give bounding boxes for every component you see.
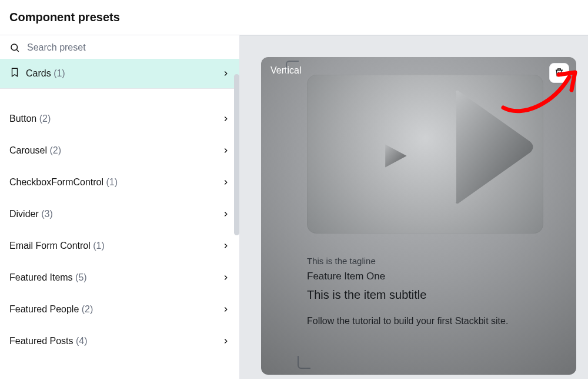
- preview-pane: Vertical This is: [240, 35, 588, 379]
- search-icon: [9, 42, 20, 53]
- svg-point-0: [11, 44, 18, 51]
- scrollbar[interactable]: [234, 74, 239, 235]
- bookmark-icon: [9, 67, 20, 80]
- tagline: This is the tagline: [307, 256, 553, 266]
- sidebar-item-label: Email Form Control (1): [9, 241, 105, 251]
- count-badge: (5): [75, 272, 87, 282]
- crop-corner-icon: [286, 61, 299, 74]
- count-badge: (1): [54, 68, 65, 78]
- sidebar-item-featuredposts[interactable]: Featured Posts (4): [0, 325, 239, 357]
- chevron-right-icon: [222, 242, 230, 250]
- play-icon: [449, 85, 537, 211]
- item-title: Feature Item One: [307, 271, 553, 282]
- chevron-right-icon: [222, 69, 230, 78]
- search-row[interactable]: [0, 35, 239, 59]
- page-title: Component presets: [9, 11, 579, 24]
- sidebar-item-label: Cards (1): [26, 68, 65, 79]
- sidebar-item-emailformcontrol[interactable]: Email Form Control (1): [0, 230, 239, 262]
- count-badge: (2): [49, 145, 61, 155]
- sidebar-item-divider[interactable]: Divider (3): [0, 198, 239, 230]
- search-input[interactable]: [27, 42, 230, 53]
- item-description: Follow the tutorial to build your first …: [307, 312, 553, 330]
- svg-line-1: [16, 49, 18, 51]
- sidebar-item-label: Carousel (2): [9, 145, 61, 156]
- chevron-right-icon: [222, 210, 230, 218]
- chevron-right-icon: [222, 337, 230, 345]
- chevron-right-icon: [222, 146, 230, 155]
- sidebar-item-carousel[interactable]: Carousel (2): [0, 135, 239, 166]
- sidebar: Cards (1) Button (2) Carousel (2): [0, 35, 240, 379]
- count-badge: (2): [82, 304, 93, 314]
- sidebar-item-label: CheckboxFormControl (1): [9, 177, 118, 188]
- sidebar-item-featureditems[interactable]: Featured Items (5): [0, 262, 239, 294]
- sidebar-item-checkboxformcontrol[interactable]: CheckboxFormControl (1): [0, 166, 239, 198]
- count-badge: (4): [76, 336, 88, 346]
- chevron-right-icon: [222, 305, 230, 314]
- sidebar-item-label: Featured Posts (4): [9, 336, 88, 346]
- count-badge: (1): [93, 241, 105, 251]
- sidebar-item-label: Featured Items (5): [9, 272, 87, 283]
- item-subtitle: This is the item subtitle: [307, 288, 553, 302]
- page-header: Component presets: [0, 0, 588, 35]
- play-icon: [379, 139, 412, 175]
- preset-card[interactable]: Vertical This is: [261, 57, 576, 375]
- delete-button[interactable]: [549, 63, 569, 83]
- divider: [0, 88, 239, 89]
- preset-list: Button (2) Carousel (2) CheckboxFormCont…: [0, 92, 239, 357]
- sidebar-item-label: Featured People (2): [9, 304, 93, 315]
- sidebar-item-label: Divider (3): [9, 209, 53, 219]
- count-badge: (1): [106, 177, 118, 187]
- count-badge: (2): [39, 114, 51, 124]
- count-badge: (3): [41, 209, 53, 219]
- sidebar-item-cards[interactable]: Cards (1): [0, 59, 239, 88]
- trash-icon: [554, 67, 564, 79]
- chevron-right-icon: [222, 178, 230, 186]
- sidebar-item-button[interactable]: Button (2): [0, 103, 239, 135]
- sidebar-item-label: Button (2): [9, 114, 51, 124]
- card-text-block: This is the tagline Feature Item One Thi…: [307, 256, 553, 330]
- chevron-right-icon: [222, 274, 230, 282]
- chevron-right-icon: [222, 115, 230, 123]
- sidebar-item-featuredpeople[interactable]: Featured People (2): [0, 294, 239, 325]
- crop-corner-icon: [298, 356, 310, 369]
